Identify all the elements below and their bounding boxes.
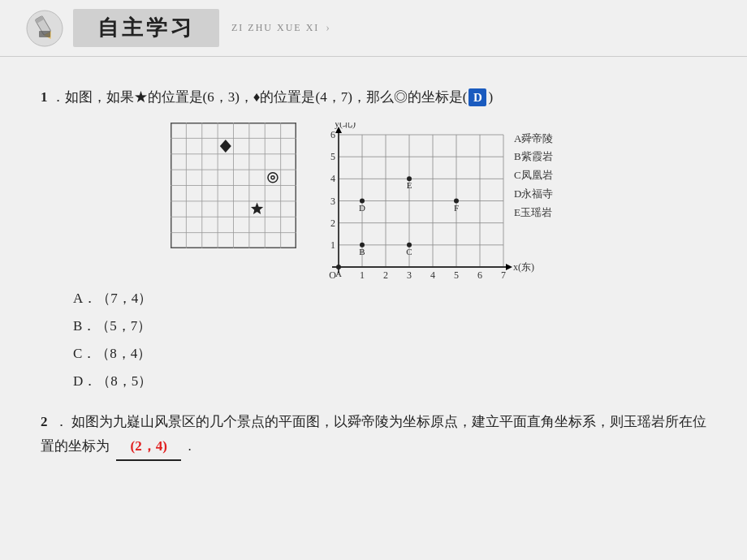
option-a-label: A．（7，4） — [73, 285, 152, 312]
option-b: B．（5，7） — [73, 312, 706, 340]
option-d-label: D．（8，5） — [73, 368, 152, 395]
q1-dot: ． — [51, 85, 65, 110]
q1-text1: 如图，如果★的位置是(6，3)，♦的位置是(4，7)，那么◎的坐标是( — [65, 85, 468, 110]
header: 自主学习 ZI ZHU XUE XI › — [0, 0, 747, 57]
header-title-box: 自主学习 — [73, 9, 219, 47]
q1-number: 1 — [41, 85, 48, 110]
page: 自主学习 ZI ZHU XUE XI › 1 ． 如图，如果★的位置是(6，3)… — [0, 0, 747, 560]
q1-line1: 1 ． 如图，如果★的位置是(6，3)，♦的位置是(4，7)，那么◎的坐标是( … — [41, 85, 706, 110]
svg-rect-4 — [39, 31, 50, 37]
q1-answer-badge: D — [468, 88, 486, 106]
right-grid-container: A舜帝陵 B紫霞岩 C凤凰岩 D永福寺 E玉瑶岩 — [321, 123, 572, 285]
landmark-E: E玉瑶岩 — [514, 205, 572, 222]
q1-options: A．（7，4） B．（5，7） C．（8，4） D．（8，5） — [73, 285, 706, 395]
content: 1 ． 如图，如果★的位置是(6，3)，♦的位置是(4，7)，那么◎的坐标是( … — [0, 57, 747, 492]
q1-text2: ) — [488, 85, 493, 110]
option-b-label: B．（5，7） — [73, 312, 151, 340]
left-grid-container — [171, 123, 296, 248]
header-title: 自主学习 — [97, 16, 195, 40]
landmark-C: C凤凰岩 — [514, 167, 572, 184]
option-c: C．（8，4） — [73, 340, 706, 368]
option-c-label: C．（8，4） — [73, 340, 151, 368]
header-arrow: › — [326, 22, 330, 35]
option-a: A．（7，4） — [73, 285, 706, 312]
landmark-D: D永福寺 — [514, 186, 572, 203]
question-1: 1 ． 如图，如果★的位置是(6，3)，♦的位置是(4，7)，那么◎的坐标是( … — [41, 85, 706, 395]
option-d: D．（8，5） — [73, 368, 706, 395]
q2-dot: ． — [54, 414, 68, 429]
header-subtitle: ZI ZHU XUE XI — [231, 22, 319, 34]
question-2: 2 ． 如图为九嶷山风景区的几个景点的平面图，以舜帝陵为坐标原点，建立平面直角坐… — [41, 410, 706, 461]
landmarks: A舜帝陵 B紫霞岩 C凤凰岩 D永福寺 E玉瑶岩 — [514, 131, 572, 223]
landmark-B: B紫霞岩 — [514, 149, 572, 166]
left-grid-canvas — [171, 123, 296, 248]
landmark-A: A舜帝陵 — [514, 131, 572, 148]
q2-text-row: 2 ． 如图为九嶷山风景区的几个景点的平面图，以舜帝陵为坐标原点，建立平面直角坐… — [41, 410, 706, 461]
q2-suffix: . — [188, 438, 192, 454]
diagrams-row: A舜帝陵 B紫霞岩 C凤凰岩 D永福寺 E玉瑶岩 — [171, 118, 706, 285]
q2-answer: (2，4) — [116, 434, 181, 461]
header-icon — [24, 8, 65, 49]
q2-number: 2 — [41, 414, 48, 429]
